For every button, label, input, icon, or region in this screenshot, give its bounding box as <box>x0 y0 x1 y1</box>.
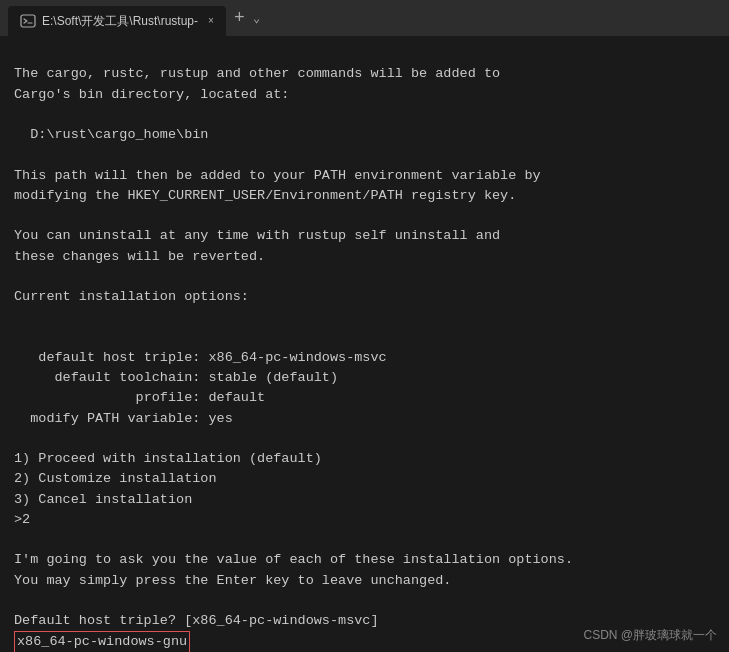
terminal-line: You can uninstall at any time with rustu… <box>14 226 715 246</box>
terminal-body: The cargo, rustc, rustup and other comma… <box>0 36 729 652</box>
title-bar: E:\Soft\开发工具\Rust\rustup- × + ⌄ <box>0 0 729 36</box>
terminal-line: 3) Cancel installation <box>14 490 715 510</box>
tab-area: E:\Soft\开发工具\Rust\rustup- × + ⌄ <box>8 0 721 36</box>
terminal-line <box>14 307 715 327</box>
tab-close-button[interactable]: × <box>208 16 214 27</box>
svg-rect-0 <box>21 15 35 27</box>
terminal-line <box>14 105 715 125</box>
terminal-line <box>14 328 715 348</box>
terminal-line: Cargo's bin directory, located at: <box>14 85 715 105</box>
terminal-input[interactable]: x86_64-pc-windows-gnu <box>14 631 190 652</box>
terminal-line <box>14 145 715 165</box>
terminal-line: I'm going to ask you the value of each o… <box>14 550 715 570</box>
terminal-line: >2 <box>14 510 715 530</box>
terminal-line: modifying the HKEY_CURRENT_USER/Environm… <box>14 186 715 206</box>
watermark: CSDN @胖玻璃球就一个 <box>583 627 717 644</box>
terminal-line <box>14 530 715 550</box>
terminal-line: D:\rust\cargo_home\bin <box>14 125 715 145</box>
terminal-line: default host triple: x86_64-pc-windows-m… <box>14 348 715 368</box>
terminal-line: You may simply press the Enter key to le… <box>14 571 715 591</box>
terminal-line: these changes will be reverted. <box>14 247 715 267</box>
terminal-line: modify PATH variable: yes <box>14 409 715 429</box>
terminal-line: 1) Proceed with installation (default) <box>14 449 715 469</box>
tab-dropdown-button[interactable]: ⌄ <box>253 11 260 26</box>
terminal-line: 2) Customize installation <box>14 469 715 489</box>
terminal-line <box>14 206 715 226</box>
terminal-line <box>14 267 715 287</box>
terminal-line: default toolchain: stable (default) <box>14 368 715 388</box>
terminal-line <box>14 429 715 449</box>
terminal-line: This path will then be added to your PAT… <box>14 166 715 186</box>
terminal-line: profile: default <box>14 388 715 408</box>
terminal-window: E:\Soft\开发工具\Rust\rustup- × + ⌄ The carg… <box>0 0 729 652</box>
tab-title-label: E:\Soft\开发工具\Rust\rustup- <box>42 13 198 30</box>
new-tab-button[interactable]: + <box>228 9 251 27</box>
terminal-line: Current installation options: <box>14 287 715 307</box>
terminal-line: The cargo, rustc, rustup and other comma… <box>14 64 715 84</box>
active-tab[interactable]: E:\Soft\开发工具\Rust\rustup- × <box>8 6 226 36</box>
terminal-icon <box>20 13 36 29</box>
terminal-line <box>14 44 715 64</box>
terminal-line <box>14 591 715 611</box>
